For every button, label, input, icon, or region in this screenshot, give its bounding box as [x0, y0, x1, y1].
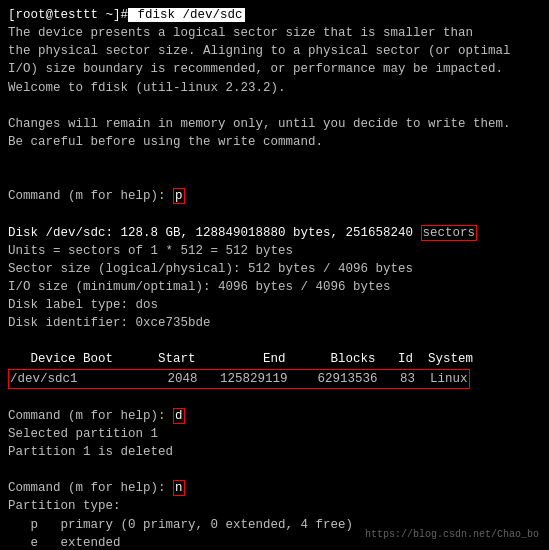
disk-info-2: Units = sectors of 1 * 512 = 512 bytes — [8, 242, 541, 260]
blank-2 — [8, 151, 541, 169]
sectors-highlight: sectors — [421, 225, 478, 241]
disk-info-6: Disk identifier: 0xce735bde — [8, 314, 541, 332]
table-header: Device Boot Start End Blocks Id System — [8, 350, 541, 368]
info-line-6: Be careful before using the write comman… — [8, 133, 541, 151]
blank-5 — [8, 332, 541, 350]
cmd-p-line: Command (m for help): p — [8, 187, 541, 205]
blank-6 — [8, 389, 541, 407]
cmd-n-highlight: n — [173, 480, 185, 496]
selected-partition: Selected partition 1 — [8, 425, 541, 443]
blank-7 — [8, 461, 541, 479]
cmd-d-highlight: d — [173, 408, 185, 424]
cmd-n-line: Command (m for help): n — [8, 479, 541, 497]
blank-1 — [8, 97, 541, 115]
disk-info-1: Disk /dev/sdc: 128.8 GB, 128849018880 by… — [8, 224, 541, 242]
disk-info-3: Sector size (logical/physical): 512 byte… — [8, 260, 541, 278]
cmd-d-line: Command (m for help): d — [8, 407, 541, 425]
disk-info-5: Disk label type: dos — [8, 296, 541, 314]
info-line-4: Welcome to fdisk (util-linux 2.23.2). — [8, 79, 541, 97]
partition-row: /dev/sdc1 2048 125829119 62913536 83 Lin… — [8, 369, 541, 389]
partition-row-highlight: /dev/sdc1 2048 125829119 62913536 83 Lin… — [8, 369, 470, 389]
blank-3 — [8, 169, 541, 187]
terminal: [root@testtt ~]# fdisk /dev/sdc The devi… — [0, 0, 549, 550]
watermark: https://blog.csdn.net/Chao_bo — [365, 529, 539, 540]
info-line-3: I/O) size boundary is recommended, or pe… — [8, 60, 541, 78]
prompt-line: [root@testtt ~]# fdisk /dev/sdc — [8, 6, 541, 24]
command: fdisk /dev/sdc — [128, 8, 245, 22]
info-line-5: Changes will remain in memory only, unti… — [8, 115, 541, 133]
info-line-2: the physical sector size. Aligning to a … — [8, 42, 541, 60]
prompt: [root@testtt ~]# — [8, 8, 128, 22]
partition-type-label: Partition type: — [8, 497, 541, 515]
cmd-p-highlight: p — [173, 188, 185, 204]
disk-info-4: I/O size (minimum/optimal): 4096 bytes /… — [8, 278, 541, 296]
partition-deleted: Partition 1 is deleted — [8, 443, 541, 461]
blank-4 — [8, 205, 541, 223]
info-line-1: The device presents a logical sector siz… — [8, 24, 541, 42]
